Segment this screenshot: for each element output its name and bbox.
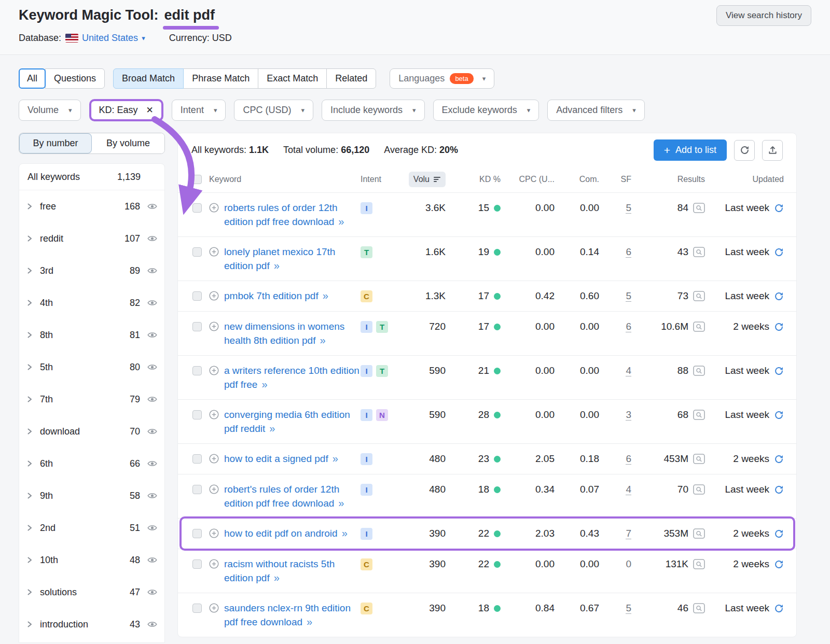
select-all-checkbox[interactable] bbox=[192, 175, 202, 184]
tab-exact-match[interactable]: Exact Match bbox=[258, 68, 327, 89]
serp-preview-icon[interactable] bbox=[693, 410, 705, 420]
sidebar-keyword-item[interactable]: 6th66 bbox=[19, 447, 164, 480]
row-checkbox[interactable] bbox=[192, 485, 202, 494]
eye-icon[interactable] bbox=[147, 621, 157, 628]
eye-icon[interactable] bbox=[147, 556, 157, 564]
tab-related[interactable]: Related bbox=[326, 68, 376, 89]
advanced-filters-dropdown[interactable]: Advanced filters ▾ bbox=[547, 100, 645, 121]
add-to-list-button[interactable]: + Add to list bbox=[654, 139, 727, 161]
all-keywords-group[interactable]: All keywords 1,139 bbox=[19, 164, 164, 190]
serp-preview-icon[interactable] bbox=[693, 484, 705, 495]
include-keywords-dropdown[interactable]: Include keywords ▾ bbox=[322, 100, 425, 121]
add-keyword-icon[interactable] bbox=[209, 366, 219, 375]
sf-value[interactable]: 6 bbox=[626, 246, 631, 258]
serp-preview-icon[interactable] bbox=[693, 559, 705, 569]
row-checkbox[interactable] bbox=[192, 529, 202, 538]
refresh-icon[interactable] bbox=[774, 366, 784, 376]
eye-icon[interactable] bbox=[147, 589, 157, 596]
volume-filter-dropdown[interactable]: Volume ▾ bbox=[19, 100, 81, 121]
close-icon[interactable]: ✕ bbox=[146, 105, 154, 116]
column-updated[interactable]: Updated bbox=[705, 175, 796, 184]
refresh-icon[interactable] bbox=[774, 322, 784, 332]
row-checkbox[interactable] bbox=[192, 410, 202, 419]
eye-icon[interactable] bbox=[147, 203, 157, 210]
column-intent[interactable]: Intent bbox=[361, 175, 400, 184]
sidebar-keyword-item[interactable]: 2nd51 bbox=[19, 512, 164, 544]
refresh-icon[interactable] bbox=[774, 454, 784, 464]
refresh-icon[interactable] bbox=[774, 529, 784, 539]
refresh-button[interactable] bbox=[734, 140, 755, 161]
keyword-link[interactable]: a writers reference 10th edition pdf fre… bbox=[224, 365, 359, 390]
column-keyword[interactable]: Keyword bbox=[209, 175, 361, 184]
sidebar-keyword-item[interactable]: solutions47 bbox=[19, 576, 164, 608]
keyword-link[interactable]: lonely planet mexico 17th edition pdf bbox=[224, 246, 335, 271]
eye-icon[interactable] bbox=[147, 299, 157, 306]
tab-all[interactable]: All bbox=[19, 68, 46, 89]
refresh-icon[interactable] bbox=[774, 203, 784, 213]
eye-icon[interactable] bbox=[147, 524, 157, 531]
refresh-icon[interactable] bbox=[774, 604, 784, 613]
add-keyword-icon[interactable] bbox=[209, 454, 219, 464]
serp-preview-icon[interactable] bbox=[693, 454, 705, 464]
eye-icon[interactable] bbox=[147, 460, 157, 467]
sf-value[interactable]: 5 bbox=[626, 202, 631, 214]
add-keyword-icon[interactable] bbox=[209, 484, 219, 494]
keyword-link[interactable]: saunders nclex-rn 9th edition pdf free d… bbox=[224, 603, 351, 627]
add-keyword-icon[interactable] bbox=[209, 291, 219, 301]
double-chevron-icon[interactable]: » bbox=[323, 290, 328, 301]
serp-preview-icon[interactable] bbox=[693, 603, 705, 613]
double-chevron-icon[interactable]: » bbox=[338, 497, 344, 509]
export-button[interactable] bbox=[762, 140, 783, 161]
view-search-history-button[interactable]: View search history bbox=[716, 5, 811, 26]
languages-dropdown[interactable]: Languages beta ▾ bbox=[390, 68, 494, 89]
serp-preview-icon[interactable] bbox=[693, 366, 705, 376]
keyword-link[interactable]: new dimensions in womens health 8th edit… bbox=[224, 321, 344, 346]
double-chevron-icon[interactable]: » bbox=[320, 334, 325, 346]
tab-questions[interactable]: Questions bbox=[45, 68, 105, 89]
column-kd[interactable]: KD % bbox=[446, 175, 501, 184]
keyword-link[interactable]: robert's rules of order 12th edition pdf… bbox=[224, 484, 339, 509]
sf-value[interactable]: 4 bbox=[626, 365, 631, 377]
refresh-icon[interactable] bbox=[774, 247, 784, 257]
refresh-icon[interactable] bbox=[774, 559, 784, 569]
row-checkbox[interactable] bbox=[192, 203, 202, 213]
double-chevron-icon[interactable]: » bbox=[274, 260, 280, 271]
kd-filter-chip[interactable]: KD: Easy ✕ bbox=[91, 101, 161, 119]
sidebar-keyword-item[interactable]: 10th48 bbox=[19, 544, 164, 576]
keyword-link[interactable]: how to edit a signed pdf bbox=[224, 453, 328, 464]
row-checkbox[interactable] bbox=[192, 247, 202, 257]
eye-icon[interactable] bbox=[147, 492, 157, 499]
add-keyword-icon[interactable] bbox=[209, 559, 219, 569]
sidebar-keyword-item[interactable]: introduction43 bbox=[19, 608, 164, 640]
eye-icon[interactable] bbox=[147, 331, 157, 339]
double-chevron-icon[interactable]: » bbox=[333, 453, 338, 464]
row-checkbox[interactable] bbox=[192, 291, 202, 301]
serp-preview-icon[interactable] bbox=[693, 203, 705, 213]
add-keyword-icon[interactable] bbox=[209, 603, 219, 613]
add-keyword-icon[interactable] bbox=[209, 410, 219, 419]
double-chevron-icon[interactable]: » bbox=[261, 379, 267, 390]
tab-phrase-match[interactable]: Phrase Match bbox=[183, 68, 258, 89]
eye-icon[interactable] bbox=[147, 235, 157, 242]
keyword-link[interactable]: pmbok 7th edition pdf bbox=[224, 290, 319, 301]
sf-value[interactable]: 5 bbox=[626, 603, 631, 614]
sidebar-keyword-item[interactable]: 9th58 bbox=[19, 480, 164, 512]
column-com[interactable]: Com. bbox=[555, 175, 599, 184]
refresh-icon[interactable] bbox=[774, 291, 784, 301]
add-keyword-icon[interactable] bbox=[209, 321, 219, 331]
sidebar-keyword-item[interactable]: 4th82 bbox=[19, 287, 164, 319]
serp-preview-icon[interactable] bbox=[693, 291, 705, 301]
column-volume[interactable]: Volu bbox=[409, 172, 446, 187]
keyword-link[interactable]: how to edit pdf on android bbox=[224, 528, 338, 539]
add-keyword-icon[interactable] bbox=[209, 247, 219, 257]
by-volume-tab[interactable]: By volume bbox=[92, 133, 164, 153]
eye-icon[interactable] bbox=[147, 363, 157, 371]
sidebar-keyword-item[interactable]: free168 bbox=[19, 190, 164, 222]
by-number-tab[interactable]: By number bbox=[19, 133, 92, 153]
sf-value[interactable]: 6 bbox=[626, 453, 631, 465]
double-chevron-icon[interactable]: » bbox=[338, 216, 344, 227]
serp-preview-icon[interactable] bbox=[693, 247, 705, 257]
sidebar-keyword-item[interactable]: 7th79 bbox=[19, 383, 164, 415]
keyword-link[interactable]: converging media 6th edition pdf reddit bbox=[224, 409, 350, 434]
serp-preview-icon[interactable] bbox=[693, 528, 705, 539]
